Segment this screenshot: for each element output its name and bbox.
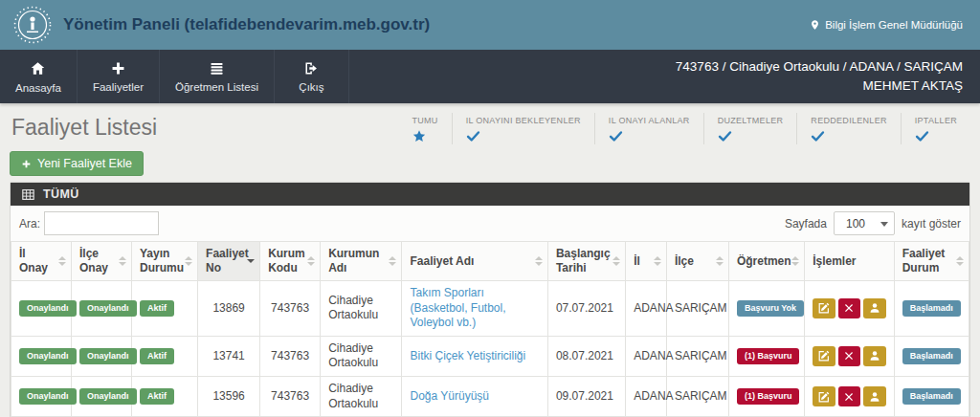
edit-button[interactable] (813, 386, 835, 406)
edit-icon (818, 302, 830, 314)
table-cell: 08.07.2021 (547, 336, 625, 376)
status-tab-reddedilenler[interactable]: REDDEDILENLER (796, 113, 900, 144)
status-tab-label: IL ONAYI ALANLAR (609, 116, 690, 125)
table-cell (805, 376, 894, 416)
status-tab-il-onayi-alanlar[interactable]: IL ONAYI ALANLAR (594, 113, 703, 144)
column-header-i̇şlemler: İşlemler (805, 242, 894, 281)
nav-item-anasayfa[interactable]: Anasayfa (0, 50, 78, 103)
sort-icon (185, 256, 192, 266)
column-header-i̇l-onay[interactable]: İl Onay (11, 242, 72, 281)
teacher-button[interactable] (863, 386, 886, 406)
page-size-suffix: kayıt göster (902, 217, 961, 230)
activity-link[interactable]: Bitki Çiçek Yetiştiriciliği (410, 349, 525, 362)
status-badge: Onaylandı (19, 300, 77, 318)
table-cell (805, 336, 894, 376)
table-cell: Onaylandı (72, 281, 132, 337)
delete-button[interactable] (838, 346, 861, 366)
status-badge: Onaylandı (19, 388, 77, 406)
nav-item-ogretmen-listesi[interactable]: Öğretmen Listesi (160, 50, 275, 103)
column-label: İl Onay (19, 247, 48, 274)
column-label: Faaliyet Adı (410, 254, 474, 268)
teacher-button[interactable] (863, 298, 886, 318)
edit-button[interactable] (813, 298, 835, 318)
activity-link[interactable]: Doğa Yürüyüşü (410, 389, 489, 403)
sort-icon (389, 256, 396, 266)
table-cell: Cihadiye Ortaokulu (321, 376, 402, 416)
table-cell: Aktif (132, 336, 198, 376)
edit-button[interactable] (813, 346, 835, 366)
app-title: Yönetim Paneli (telafidebendevarim.meb.g… (63, 15, 430, 34)
nav-item-faaliyetler[interactable]: Faaliyetler (78, 50, 160, 103)
table-cell: Onaylandı (11, 281, 72, 337)
add-activity-button[interactable]: Yeni Faaliyet Ekle (10, 151, 144, 176)
table-cell: Başlamadı (894, 281, 969, 337)
table-cell: SARIÇAM (666, 376, 728, 416)
status-badge[interactable]: (1) Başvuru (737, 388, 800, 406)
status-badge: Başlamadı (902, 300, 961, 318)
table-cell: 07.07.2021 (547, 281, 625, 337)
table-cell: Aktif (132, 376, 198, 416)
status-tab-label: IL ONAYINI BEKLEYENLER (466, 116, 581, 125)
status-tab-tumu[interactable]: TUMU (398, 113, 451, 144)
column-header-kurumun-adı[interactable]: Kurumun Adı (321, 242, 402, 281)
teacher-icon (869, 350, 880, 362)
status-tab-iptaller[interactable]: IPTALLER (901, 113, 970, 144)
table-cell: 743763 (260, 281, 321, 337)
edit-icon (818, 350, 830, 362)
search-input[interactable] (44, 211, 159, 235)
table-cell: 743763 (260, 336, 321, 376)
meb-logo-icon (13, 6, 52, 44)
table-cell: Onaylandı (72, 376, 132, 416)
column-header-kurum-kodu[interactable]: Kurum Kodu (260, 242, 321, 281)
page-size-prefix: Sayfada (785, 217, 827, 230)
status-tab-duzeltmeler[interactable]: DUZELTMELER (703, 113, 797, 144)
department-label: Bilgi İşlem Genel Müdürlüğü (810, 18, 963, 32)
table-row: OnaylandıOnaylandıAktif13596743763Cihadi… (11, 376, 969, 416)
delete-icon (844, 351, 854, 361)
table-cell: Onaylandı (11, 376, 72, 416)
table-cell: (1) Başvuru (728, 376, 804, 416)
nav-item-cikis[interactable]: Çıkış (275, 50, 349, 103)
column-header-başlangıç-tarihi[interactable]: Başlangıç Tarihi (547, 242, 625, 281)
edit-icon (818, 391, 830, 403)
column-label: Kurum Kodu (268, 247, 305, 274)
status-tab-il-onayini-bekleyenler[interactable]: IL ONAYINI BEKLEYENLER (452, 113, 594, 144)
row-actions (813, 298, 885, 318)
delete-icon (844, 303, 854, 313)
teacher-button[interactable] (863, 346, 886, 366)
column-header-yayın-durumu[interactable]: Yayın Durumu (132, 242, 198, 281)
column-header-faaliyet-adı[interactable]: Faaliyet Adı (402, 242, 547, 281)
page-title: Faaliyet Listesi (11, 115, 157, 141)
table-cell: SARIÇAM (666, 336, 728, 376)
table-cell: 13596 (198, 376, 260, 416)
plus-icon (110, 60, 126, 77)
status-badge[interactable]: Başvuru Yok (737, 300, 804, 318)
sort-icon (612, 256, 620, 266)
column-header-faaliyet-durum[interactable]: Faaliyet Durum (894, 242, 969, 281)
add-activity-label: Yeni Faaliyet Ekle (37, 157, 132, 170)
table-cell: Onaylandı (72, 336, 132, 376)
table-cell: SARIÇAM (666, 281, 728, 337)
delete-button[interactable] (838, 386, 861, 406)
column-header-i̇lçe-onay[interactable]: İlçe Onay (72, 242, 132, 281)
table-cell: Bitki Çiçek Yetiştiriciliği (402, 336, 547, 376)
top-header: Yönetim Paneli (telafidebendevarim.meb.g… (0, 0, 980, 50)
home-icon (29, 60, 47, 77)
column-header-öğretmen[interactable]: Öğretmen (728, 242, 804, 281)
activity-link[interactable]: Takım Sporları (Basketbol, Futbol, Voley… (410, 286, 505, 329)
delete-button[interactable] (838, 298, 861, 318)
column-header-faaliyet-no[interactable]: Faaliyet No (198, 242, 260, 281)
status-badge[interactable]: (1) Başvuru (737, 348, 800, 365)
sort-desc-icon (247, 259, 255, 263)
column-label: İlçe (675, 254, 694, 268)
table-cell: 09.07.2021 (547, 376, 625, 416)
table-cell: Aktif (132, 281, 198, 337)
page-size-select[interactable]: 100 (834, 211, 895, 235)
table-cell: 743763 (260, 376, 321, 416)
star-icon (412, 129, 437, 144)
column-header-i̇lçe[interactable]: İlçe (666, 242, 728, 281)
table-cell: (1) Başvuru (728, 336, 804, 376)
column-label: Faaliyet No (206, 247, 249, 274)
status-badge: Aktif (140, 348, 174, 365)
column-header-i̇l[interactable]: İl (626, 242, 667, 281)
